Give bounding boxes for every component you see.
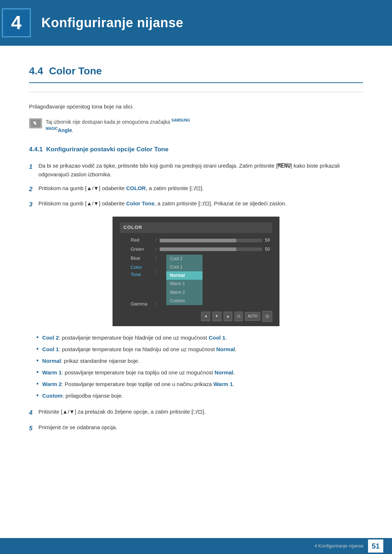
note-box: ✎ Taj izbornik nije dostupan kada je omo…: [29, 118, 363, 134]
chapter-header: 4 Konfiguriranje nijanse: [0, 0, 392, 46]
monitor-row-blue: Blue : Cool 2 Cool 1 Normal Warm 1 Warm …: [120, 255, 272, 262]
bullet-dot-3: •: [36, 357, 38, 365]
dropdown-cool1: Cool 1: [166, 263, 203, 271]
note-icon: ✎: [29, 118, 42, 128]
bullet-dot-4: •: [36, 368, 38, 377]
monitor-row-red: Red : 50: [120, 237, 272, 244]
step-content-2: Pritiskom na gumb [▲/▼] odaberite COLOR,…: [38, 184, 363, 193]
bullet-normal: • Normal: prikaz standardne nijanse boje…: [36, 357, 363, 365]
dropdown-normal: Normal: [166, 271, 203, 280]
steps-list: 1 Da bi se prikazao vodič za tipke, prit…: [29, 161, 363, 209]
colortone-keyword: Color Tone: [126, 200, 154, 206]
bullet-warm2: • Warm 2: Postavljanje temperature boje …: [36, 380, 363, 389]
monitor-bar-green: [160, 247, 262, 251]
section-divider: [29, 92, 363, 92]
monitor-label-gamma: Gamma: [120, 300, 152, 308]
svg-text:✎: ✎: [32, 120, 37, 126]
footer-text: 4 Konfiguriranje nijanse: [314, 542, 364, 550]
chapter-number: 4: [2, 8, 31, 37]
step-3: 3 Pritiskom na gumb [▲/▼] odaberite Colo…: [29, 199, 363, 209]
monitor-label-blue: Blue: [120, 255, 152, 262]
monitor-title: COLOR: [120, 222, 272, 233]
bullet-text-2: Cool 1: postavljanje temperature boje na…: [42, 345, 236, 354]
step-2: 2 Pritiskom na gumb [▲/▼] odaberite COLO…: [29, 184, 363, 194]
monitor-label-colortone: Color Tone: [120, 264, 152, 279]
bullet-custom: • Custom: prilagodba nijanse boje.: [36, 391, 363, 400]
monitor-bar-red: [160, 239, 262, 242]
intro-text: Prilagođavanje općenitog tona boje na sl…: [29, 102, 363, 111]
bullet-text-6: Custom: prilagodba nijanse boje.: [42, 391, 123, 400]
main-content: 4.4Color Tone Prilagođavanje općenitog t…: [0, 46, 392, 469]
monitor-rows: Red : 50 Green : 50 Blue :: [120, 237, 272, 308]
bullet-dot-2: •: [36, 345, 38, 353]
angle-label: Angle: [58, 127, 72, 133]
monitor-btn-left[interactable]: ◄: [201, 312, 210, 321]
monitor-btn-settings[interactable]: ⚙: [262, 311, 272, 322]
step-1: 1 Da bi se prikazao vodič za tipke, prit…: [29, 161, 363, 179]
monitor-dropdown: Cool 2 Cool 1 Normal Warm 1 Warm 2 Custo…: [166, 255, 203, 305]
bullet-dot-6: •: [36, 391, 38, 400]
chapter-number-block: 4: [0, 7, 33, 39]
dropdown-warm1: Warm 1: [166, 280, 203, 288]
chapter-title: Konfiguriranje nijanse: [33, 12, 183, 33]
monitor-btn-auto[interactable]: AUTO: [245, 312, 260, 321]
monitor-bottom-bar: ◄ ▼ ▲ ⊡ AUTO ⚙: [120, 311, 272, 322]
monitor-label-red: Red: [120, 237, 152, 244]
dropdown-custom: Custom: [166, 297, 203, 305]
bullet-text-1: Cool 2: postavljanje temperature boje hl…: [42, 333, 227, 342]
step-content-4: Pritisnite [▲/▼] za prelazak do željene …: [38, 407, 363, 416]
bullet-text-4: Warm 1: postavljanje temperature boje na…: [42, 368, 235, 377]
step-num-5: 5: [29, 423, 38, 433]
step-content-3: Pritiskom na gumb [▲/▼] odaberite Color …: [38, 199, 363, 208]
section-title: 4.4Color Tone: [29, 63, 363, 83]
subsection-title: 4.4.1 Konfiguriranje postavki opcije Col…: [29, 144, 363, 154]
bullet-dot-1: •: [36, 333, 38, 342]
monitor-row-green: Green : 50: [120, 246, 272, 253]
monitor-label-green: Green: [120, 246, 152, 253]
note-text: Taj izbornik nije dostupan kada je omogu…: [46, 118, 190, 134]
monitor-btn-enter[interactable]: ⊡: [234, 312, 243, 321]
step-num-2: 2: [29, 184, 38, 194]
step-content-5: Primijenit će se odabrana opcija.: [38, 423, 363, 432]
bullet-warm1: • Warm 1: postavljanje temperature boje …: [36, 368, 363, 377]
dropdown-cool2: Cool 2: [166, 255, 203, 263]
bullet-dot-5: •: [36, 380, 38, 388]
dropdown-warm2: Warm 2: [166, 288, 203, 297]
steps-cont-list: 4 Pritisnite [▲/▼] za prelazak do željen…: [29, 407, 363, 433]
bullet-list: • Cool 2: postavljanje temperature boje …: [36, 333, 363, 400]
step-4: 4 Pritisnite [▲/▼] za prelazak do željen…: [29, 407, 363, 418]
monitor-value-red: 50: [265, 237, 272, 244]
bullet-cool1: • Cool 1: postavljanje temperature boje …: [36, 345, 363, 354]
step-num-3: 3: [29, 199, 38, 209]
step-num-4: 4: [29, 407, 38, 418]
monitor-btn-up[interactable]: ▲: [224, 312, 233, 321]
bullet-text-5: Warm 2: Postavljanje temperature boje to…: [42, 380, 234, 389]
monitor-screenshot: COLOR Red : 50 Green : 50: [113, 217, 279, 326]
footer: 4 Konfiguriranje nijanse 51: [0, 538, 392, 554]
footer-page: 51: [368, 539, 383, 553]
bullet-text-3: Normal: prikaz standardne nijanse boje.: [42, 357, 139, 365]
step-5: 5 Primijenit će se odabrana opcija.: [29, 423, 363, 433]
step-content-1: Da bi se prikazao vodič za tipke, pritis…: [38, 161, 363, 179]
step-num-1: 1: [29, 161, 38, 172]
color-keyword: COLOR: [126, 185, 146, 191]
menu-key: MENU: [278, 163, 291, 169]
section-number: 4.4: [29, 65, 43, 77]
section-heading: Color Tone: [49, 65, 102, 77]
monitor-value-green: 50: [265, 246, 272, 253]
monitor-btn-down[interactable]: ▼: [212, 312, 221, 321]
bullet-cool2: • Cool 2: postavljanje temperature boje …: [36, 333, 363, 342]
